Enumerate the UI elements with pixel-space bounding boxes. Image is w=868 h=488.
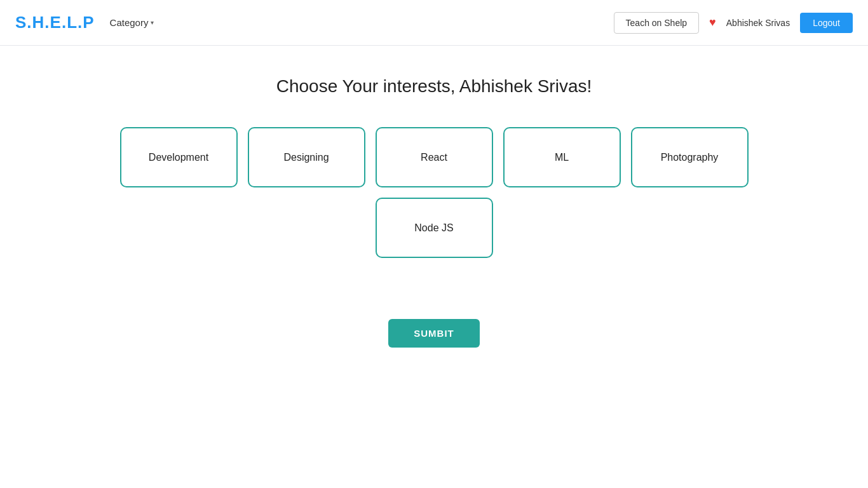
category-label: Category	[110, 17, 149, 28]
submit-button[interactable]: SUMBIT	[388, 319, 480, 348]
heart-icon: ♥	[709, 16, 716, 29]
interest-card-nodejs[interactable]: Node JS	[376, 198, 493, 258]
main-content: Choose Your interests, Abhishek Srivas! …	[0, 46, 868, 348]
chevron-down-icon: ▾	[151, 19, 154, 26]
app-logo: S.H.E.L.P	[15, 13, 95, 32]
teach-button[interactable]: Teach on Shelp	[614, 12, 700, 34]
interest-card-designing[interactable]: Designing	[248, 127, 365, 187]
logout-button[interactable]: Logout	[800, 13, 853, 33]
username-label: Abhishek Srivas	[726, 18, 790, 28]
navbar-right: Teach on Shelp ♥ Abhishek Srivas Logout	[614, 12, 853, 34]
interests-row-2: Node JS	[376, 198, 493, 258]
navbar: S.H.E.L.P Category ▾ Teach on Shelp ♥ Ab…	[0, 0, 868, 46]
interest-card-development[interactable]: Development	[120, 127, 238, 187]
category-dropdown[interactable]: Category ▾	[110, 17, 154, 28]
interests-row-1: DevelopmentDesigningReactMLPhotography	[120, 127, 749, 187]
navbar-left: S.H.E.L.P Category ▾	[15, 13, 154, 32]
page-title: Choose Your interests, Abhishek Srivas!	[276, 76, 592, 97]
submit-section: SUMBIT	[388, 319, 480, 348]
interest-card-ml[interactable]: ML	[503, 127, 621, 187]
interest-card-photography[interactable]: Photography	[631, 127, 749, 187]
interest-card-react[interactable]: React	[376, 127, 493, 187]
